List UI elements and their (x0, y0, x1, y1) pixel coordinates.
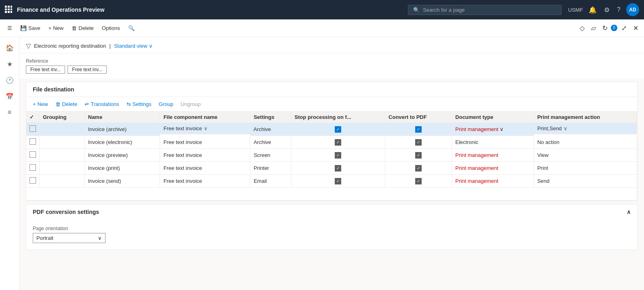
grid-icon[interactable] (5, 6, 12, 14)
panel-icon[interactable]: ▱ (589, 22, 598, 34)
col-header-convert-pdf: Convert to PDF (385, 112, 452, 123)
avatar[interactable]: AD (626, 3, 639, 16)
convert-pdf-checkbox[interactable]: ✓ (415, 152, 422, 159)
row-name[interactable]: Invoice (electronic) (84, 136, 160, 149)
save-button[interactable]: 💾 Save (16, 23, 44, 34)
sidebar-item-recent[interactable]: 🕐 (2, 73, 17, 87)
table-delete-button[interactable]: 🗑 Delete (52, 99, 81, 109)
row-convert-pdf[interactable]: ✓ (385, 149, 452, 162)
col-header-print-action: Print management action (534, 112, 637, 123)
search-button-cmd[interactable]: 🔍 (124, 23, 139, 34)
sidebar-item-home[interactable]: 🏠 (2, 40, 17, 55)
row-checkbox-box[interactable] (30, 125, 36, 132)
row-name[interactable]: Invoice (send) (84, 175, 160, 188)
translations-icon: ⇌ (84, 101, 89, 107)
file-destination-section: File destination + New 🗑 Delete ⇌ Transl… (26, 82, 638, 201)
row-checkbox[interactable] (26, 123, 40, 136)
row-checkbox[interactable] (26, 162, 40, 175)
left-sidebar: 🏠 ★ 🕐 📅 ≡ (0, 37, 19, 290)
row-convert-pdf[interactable]: ✓ (385, 175, 452, 188)
sidebar-item-list[interactable]: ≡ (2, 105, 17, 120)
view-selector[interactable]: Standard view ∨ (114, 43, 153, 49)
hamburger-menu[interactable]: ☰ (3, 23, 16, 34)
reference-pill-2[interactable]: Free text inv... (68, 66, 107, 74)
sidebar-item-calendar[interactable]: 📅 (2, 89, 17, 104)
row-convert-pdf[interactable]: ✓ (385, 136, 452, 149)
help-icon[interactable]: ? (615, 4, 622, 15)
row-stop-processing[interactable]: ✓ (291, 175, 385, 188)
row-document-type[interactable]: Print management (452, 149, 534, 162)
convert-pdf-checkbox[interactable]: ✓ (415, 139, 422, 146)
table-row[interactable]: Invoice (archive) Free text invoice ∨ Ar… (26, 123, 637, 136)
row-settings: Archive (250, 123, 291, 136)
new-button[interactable]: + New (44, 23, 68, 34)
stop-processing-checkbox[interactable]: ✓ (335, 126, 341, 133)
row-convert-pdf[interactable]: ✓ (385, 123, 452, 136)
row-convert-pdf[interactable]: ✓ (385, 162, 452, 175)
settings-icon[interactable]: ⚙ (602, 4, 611, 15)
row-document-type[interactable]: Print management ∨ (452, 123, 534, 136)
row-checkbox[interactable] (26, 175, 40, 188)
document-type-link[interactable]: Print management (455, 152, 498, 158)
row-name[interactable]: Invoice (print) (84, 162, 160, 175)
row-checkbox-box[interactable] (30, 177, 36, 184)
command-bar: ☰ 💾 Save + New 🗑 Delete Options 🔍 ◇ ▱ ↻ … (0, 19, 644, 37)
row-document-type[interactable]: Print management (452, 162, 534, 175)
table-group-button[interactable]: Group (156, 99, 177, 109)
svg-rect-8 (11, 11, 12, 13)
row-stop-processing[interactable]: ✓ (291, 162, 385, 175)
row-document-type[interactable]: Print management (452, 175, 534, 188)
row-checkbox-box[interactable] (30, 138, 36, 145)
col-header-file-component: File component name (160, 112, 250, 123)
row-document-type: Electronic (452, 136, 534, 149)
row-stop-processing[interactable]: ✓ (291, 149, 385, 162)
table-settings-button[interactable]: ⇆ Settings (123, 99, 155, 109)
delete-button[interactable]: 🗑 Delete (68, 23, 98, 34)
row-checkbox[interactable] (26, 149, 40, 162)
convert-pdf-checkbox[interactable]: ✓ (415, 165, 422, 171)
row-stop-processing[interactable]: ✓ (291, 136, 385, 149)
svg-rect-3 (5, 8, 7, 10)
delete-icon: 🗑 (72, 25, 77, 31)
filter-icon[interactable]: ▽ (26, 42, 31, 50)
sidebar-item-favorites[interactable]: ★ (2, 57, 17, 71)
row-name[interactable]: Invoice (preview) (84, 149, 160, 162)
row-checkbox[interactable] (26, 136, 40, 149)
document-type-link[interactable]: Print management (455, 178, 498, 184)
stop-processing-checkbox[interactable]: ✓ (335, 165, 341, 171)
table-new-button[interactable]: + New (30, 99, 51, 109)
refresh-icon[interactable]: ↻ (600, 22, 610, 34)
convert-pdf-checkbox[interactable]: ✓ (415, 178, 422, 184)
page-orientation-select[interactable]: Portrait ∨ (33, 233, 106, 243)
stop-processing-checkbox[interactable]: ✓ (335, 152, 341, 159)
close-icon[interactable]: ✕ (631, 22, 641, 34)
table-row[interactable]: Invoice (preview) Free text invoice Scre… (26, 149, 637, 162)
table-ungroup-button[interactable]: Ungroup (177, 99, 204, 109)
row-name[interactable]: Invoice (archive) (84, 123, 160, 136)
search-bar[interactable]: 🔍 Search for a page (408, 5, 562, 15)
row-grouping (40, 175, 85, 188)
reference-pill-1[interactable]: Free text inv... (26, 66, 65, 74)
document-type-link[interactable]: Print management (455, 126, 498, 132)
convert-pdf-checkbox[interactable]: ✓ (415, 126, 422, 133)
stop-processing-checkbox[interactable]: ✓ (335, 139, 341, 146)
doc-type-dropdown-icon[interactable]: ∨ (500, 126, 504, 132)
table-row[interactable]: Invoice (print) Free text invoice Printe… (26, 162, 637, 175)
notification-bell[interactable]: 🔔 (587, 4, 598, 15)
main-layout: 🏠 ★ 🕐 📅 ≡ ▽ Electronic reporting destina… (0, 37, 644, 290)
diamond-icon[interactable]: ◇ (577, 22, 587, 34)
open-icon[interactable]: ⤢ (619, 22, 629, 34)
row-grouping (40, 123, 85, 136)
row-stop-processing[interactable]: ✓ (291, 123, 385, 136)
search-icon-cmd: 🔍 (128, 25, 135, 31)
row-grouping (40, 136, 85, 149)
table-translations-button[interactable]: ⇌ Translations (81, 99, 122, 109)
pdf-section-header[interactable]: PDF conversion settings ∧ (26, 205, 637, 219)
table-row[interactable]: Invoice (electronic) Free text invoice A… (26, 136, 637, 149)
stop-processing-checkbox[interactable]: ✓ (335, 178, 341, 184)
options-button[interactable]: Options (98, 23, 124, 34)
row-checkbox-box[interactable] (30, 164, 36, 171)
table-row[interactable]: Invoice (send) Free text invoice Email ✓… (26, 175, 637, 188)
document-type-link[interactable]: Print management (455, 165, 498, 171)
row-checkbox-box[interactable] (30, 151, 36, 158)
